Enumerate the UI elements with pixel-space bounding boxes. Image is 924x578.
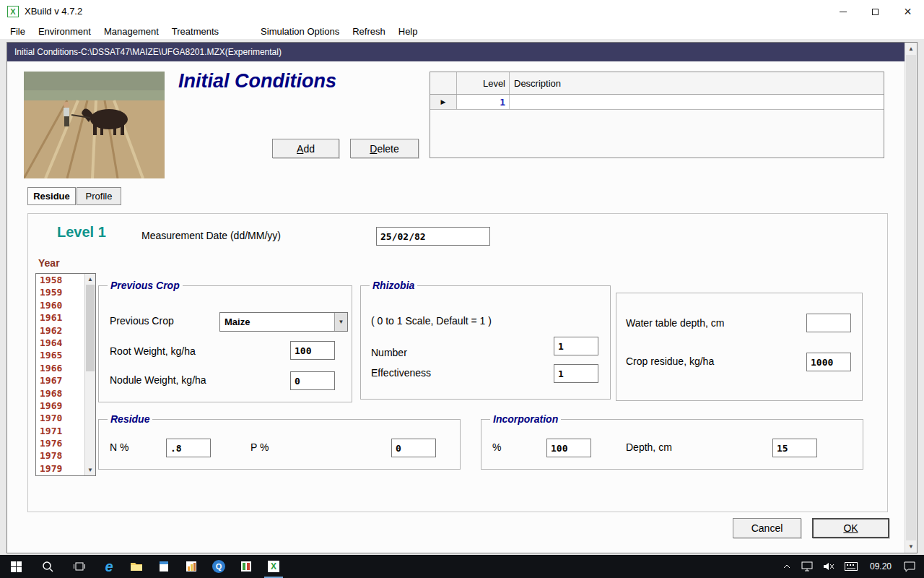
tray-expand-icon[interactable] [777, 555, 796, 578]
incorporation-percent-input[interactable] [546, 439, 591, 457]
group-legend: Rhizobia [370, 280, 417, 291]
measurement-date-label: Measurement Date (dd/MM/yy) [141, 230, 281, 241]
year-list-item[interactable]: 1964 [37, 337, 84, 350]
year-listbox[interactable]: 1958195919601961196219641965196619671968… [35, 273, 96, 476]
year-list-item[interactable]: 1959 [37, 287, 84, 299]
effectiveness-input[interactable] [554, 364, 598, 383]
menu-item[interactable]: Simulation Options [254, 26, 346, 37]
n-percent-label: N % [110, 441, 128, 453]
minimize-icon [840, 12, 847, 12]
menu-item[interactable]: Environment [32, 26, 97, 37]
previous-crop-value: Maize [225, 313, 250, 331]
row-marker-icon: ▶ [441, 98, 446, 105]
child-window: Initial Conditions-C:\DSSAT47\MAIZE\UFGA… [6, 42, 918, 553]
grid-header-level: Level [457, 72, 510, 94]
year-list-item[interactable]: 1958 [37, 275, 84, 287]
task-view-button[interactable] [64, 555, 95, 578]
levels-grid: Level Description ▶ 1 [430, 72, 884, 158]
cancel-button[interactable]: Cancel [733, 518, 801, 538]
close-icon: × [904, 4, 912, 20]
scrollbar-thumb[interactable] [86, 285, 95, 371]
depth-label: Depth, cm [626, 441, 672, 453]
year-list-item[interactable]: 1971 [37, 426, 84, 438]
taskbar: e Q X 09.20 [0, 555, 924, 578]
xbuild-taskbar-icon[interactable]: X [260, 555, 287, 578]
grid-cell-description[interactable] [510, 95, 884, 109]
tab-profile[interactable]: Profile [77, 187, 121, 205]
year-list-item[interactable]: 1966 [37, 363, 84, 375]
search-button[interactable] [32, 555, 64, 578]
grid-cell-level[interactable]: 1 [457, 95, 510, 109]
file-explorer-icon[interactable] [123, 555, 150, 578]
dropdown-icon[interactable]: ▼ [334, 313, 347, 331]
year-list-item[interactable]: 1979 [37, 463, 84, 475]
year-list-item[interactable]: 1961 [37, 312, 84, 324]
scroll-down-icon[interactable]: ▼ [905, 543, 917, 550]
crop-residue-input[interactable] [806, 353, 851, 371]
pinned-app-icon-1[interactable] [178, 555, 205, 578]
year-scrollbar[interactable]: ▲ ▼ [84, 274, 95, 475]
search-icon [42, 561, 53, 572]
row-selector[interactable]: ▶ [430, 95, 457, 109]
water-table-label: Water table depth, cm [626, 317, 724, 329]
group-legend: Residue [108, 413, 152, 425]
tab-residue[interactable]: Residue [27, 187, 76, 205]
water-table-input[interactable] [806, 314, 851, 332]
ok-button[interactable]: OK [812, 518, 889, 538]
year-list-item[interactable]: 1967 [37, 375, 84, 387]
form-panel: Level 1 Measurement Date (dd/MM/yy) Year… [27, 213, 888, 512]
menu-item[interactable]: Management [97, 26, 165, 37]
taskbar-clock[interactable]: 09.20 [863, 561, 899, 571]
scrollbar-thumb[interactable] [906, 55, 916, 540]
year-list-item[interactable]: 1969 [37, 400, 84, 413]
year-list-item[interactable]: 1968 [37, 388, 84, 400]
keyboard-icon[interactable] [840, 555, 863, 578]
measurement-date-input[interactable] [376, 227, 490, 246]
scroll-up-icon[interactable]: ▲ [85, 276, 95, 282]
n-percent-input[interactable] [166, 439, 211, 457]
scroll-up-icon[interactable]: ▲ [905, 46, 917, 52]
document-app-icon[interactable] [150, 555, 178, 578]
menu-item[interactable]: File [10, 26, 32, 37]
child-window-title-bar: Initial Conditions-C:\DSSAT47\MAIZE\UFGA… [7, 43, 905, 61]
grid-header: Level Description [430, 72, 884, 95]
maximize-button[interactable] [859, 0, 892, 23]
previous-crop-group: Previous Crop Previous Crop Maize ▼ Root… [98, 285, 352, 402]
mdi-scrollbar[interactable]: ▲ ▼ [905, 43, 917, 553]
menu-item[interactable]: Treatments [165, 26, 225, 37]
year-list-item[interactable]: 1962 [37, 325, 84, 337]
edge-icon[interactable]: e [95, 555, 123, 578]
pinned-app-icon-2[interactable]: Q [205, 555, 232, 578]
group-legend: Previous Crop [108, 280, 183, 291]
number-input[interactable] [554, 337, 598, 355]
grid-header-description: Description [510, 72, 884, 94]
nodule-weight-input[interactable] [290, 371, 335, 390]
menu-item[interactable]: Refresh [346, 26, 392, 37]
p-percent-input[interactable] [391, 439, 436, 457]
previous-crop-label: Previous Crop [110, 315, 174, 327]
close-button[interactable]: × [892, 0, 924, 23]
minimize-button[interactable] [827, 0, 859, 23]
year-label: Year [38, 257, 60, 269]
menu-item[interactable]: Help [392, 26, 424, 37]
year-list-item[interactable]: 1965 [37, 350, 84, 362]
year-list-item[interactable]: 1960 [37, 300, 84, 312]
year-list-item[interactable]: 1970 [37, 413, 84, 425]
depth-input[interactable] [772, 439, 817, 457]
root-weight-input[interactable] [290, 341, 335, 360]
start-button[interactable] [0, 555, 32, 578]
action-center-icon[interactable] [899, 555, 924, 578]
pinned-app-icon-3[interactable] [232, 555, 260, 578]
year-list-item[interactable]: 1976 [37, 438, 84, 450]
add-button[interactable]: Add [272, 139, 339, 158]
grid-row[interactable]: ▶ 1 [430, 95, 884, 110]
residue-group: Residue N % P % [98, 419, 461, 470]
xbuild-app-icon: X [7, 6, 19, 17]
year-list-item[interactable]: 1978 [37, 450, 84, 462]
delete-button[interactable]: Delete [350, 139, 419, 158]
previous-crop-select[interactable]: Maize ▼ [219, 312, 348, 332]
scroll-down-icon[interactable]: ▼ [85, 467, 95, 473]
monitor-icon[interactable] [796, 555, 818, 578]
task-view-icon [74, 561, 85, 571]
volume-muted-icon[interactable] [818, 555, 840, 578]
